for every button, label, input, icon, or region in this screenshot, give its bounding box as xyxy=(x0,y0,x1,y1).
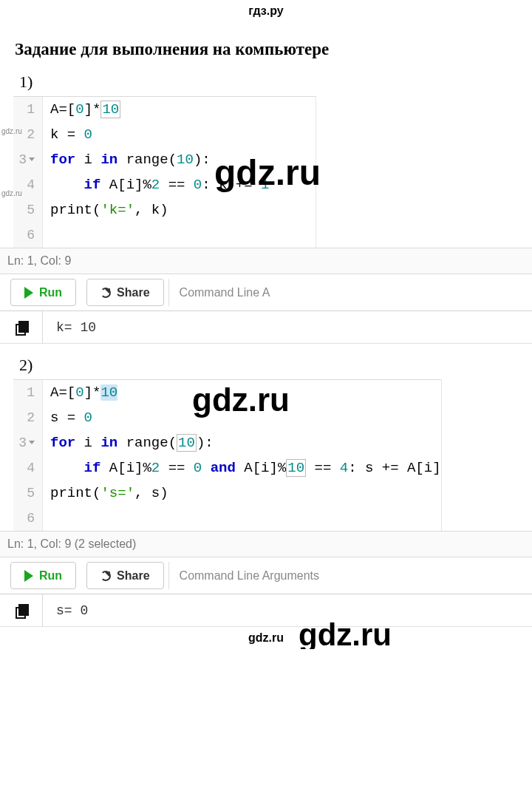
code-line[interactable]: for i in range(10): xyxy=(43,435,214,451)
gutter-line: 6 xyxy=(13,223,43,248)
page-title: Задание для выполнения на компьютере xyxy=(0,22,532,65)
output-text: s= 0 xyxy=(43,603,88,618)
share-label: Share xyxy=(117,569,149,583)
run-label: Run xyxy=(39,569,62,583)
gutter-line: 6 xyxy=(13,506,43,531)
output-bar-2: s= 0 xyxy=(0,594,532,627)
watermark-side: gdz.ru xyxy=(1,127,22,135)
editor-status-1: Ln: 1, Col: 9 xyxy=(0,248,532,274)
play-icon xyxy=(24,287,33,299)
copy-icon xyxy=(16,321,27,334)
code-line[interactable]: k = 0 xyxy=(43,126,92,143)
gutter-line: 1 xyxy=(13,97,43,122)
gutter-line: 4 xyxy=(13,455,43,481)
code-line[interactable]: if A[i]%2 == 0 and A[i]%10 == 4: s += A[… xyxy=(43,460,441,476)
brand-top: гдз.ру xyxy=(0,0,532,22)
cli-input[interactable]: Command Line A xyxy=(168,279,532,306)
code-line[interactable]: A=[0]*10 xyxy=(43,101,120,118)
item-2-label: 2) xyxy=(0,348,532,375)
toolbar-2: Run Share Command Line Arguments xyxy=(0,557,532,594)
code-line[interactable]: print('s=', s) xyxy=(43,485,168,501)
toolbar-1: Run Share Command Line A xyxy=(0,274,532,311)
code-line[interactable]: s = 0 xyxy=(43,410,92,426)
gutter-line: 5 xyxy=(13,197,43,223)
code-editor-1[interactable]: 1 A=[0]*10 2 k = 0 3 for i in range(10):… xyxy=(13,96,316,248)
cli-input[interactable]: Command Line Arguments xyxy=(168,562,532,589)
code-line[interactable]: print('k=', k) xyxy=(43,202,168,218)
share-icon xyxy=(100,571,111,581)
output-bar-1: k= 10 xyxy=(0,311,532,344)
share-icon xyxy=(100,288,111,298)
code-line[interactable]: for i in range(10): xyxy=(43,152,211,168)
run-button[interactable]: Run xyxy=(10,562,76,589)
code-line[interactable]: if A[i]%2 == 0: k += 1 xyxy=(43,177,270,193)
copy-icon xyxy=(16,604,27,617)
gutter-line: 2 xyxy=(13,405,43,430)
code-line[interactable]: A=[0]*10 xyxy=(43,384,117,401)
output-text: k= 10 xyxy=(43,320,96,335)
share-label: Share xyxy=(117,286,149,299)
play-icon xyxy=(24,570,33,582)
code-editor-2[interactable]: 1 A=[0]*10 2 s = 0 3 for i in range(10):… xyxy=(13,379,442,531)
gutter-line: 5 xyxy=(13,481,43,506)
run-label: Run xyxy=(39,286,62,299)
run-button[interactable]: Run xyxy=(10,279,76,306)
share-button[interactable]: Share xyxy=(86,279,163,306)
editor-status-2: Ln: 1, Col: 9 (2 selected) xyxy=(0,531,532,557)
gutter-line[interactable]: 3 xyxy=(13,430,43,455)
brand-bottom: gdz.ru xyxy=(0,627,532,649)
item-1-label: 1) xyxy=(0,65,532,92)
copy-output-button[interactable] xyxy=(0,594,43,626)
share-button[interactable]: Share xyxy=(86,562,163,589)
gutter-line[interactable]: 3 xyxy=(13,147,43,172)
copy-output-button[interactable] xyxy=(0,311,43,343)
gutter-line: 1 xyxy=(13,380,43,405)
watermark-side: gdz.ru xyxy=(1,189,22,197)
